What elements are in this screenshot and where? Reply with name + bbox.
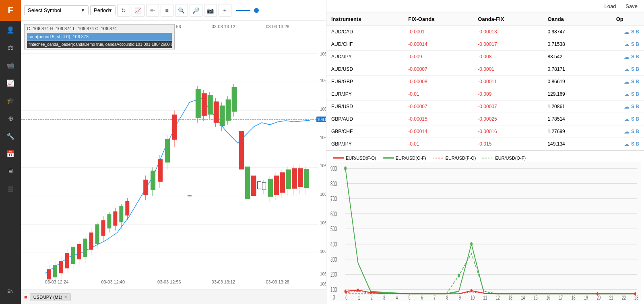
logo-button[interactable]: F [0,0,21,21]
sidebar-icon-calendar[interactable]: 📅 [0,145,21,162]
sb-label[interactable]: S B [631,129,639,134]
svg-text:106.848: 106.848 [320,282,326,286]
menu-button[interactable]: ≡ [161,4,173,17]
table-row[interactable]: AUD/CHF -0.00014 -0.00017 0.71538 ☁ S B [326,38,644,51]
zoom-in-button[interactable]: 🔍 [175,4,188,17]
table-row[interactable]: EUR/GBP -0.00008 -0.00011 0.86619 ☁ S B [326,76,644,88]
svg-rect-33 [59,261,63,273]
chart-info-box: O: 106.874 H: 106.874 L: 106.874 C: 106.… [24,24,175,49]
sb-label[interactable]: S B [631,54,639,60]
right-panel: Load Save Instruments FIX-Oanda Oanda-FI… [326,0,644,304]
svg-text:3: 3 [383,294,385,301]
legend-label-2: EUR/USD(O-F) [396,156,426,160]
sb-label[interactable]: S B [631,91,639,97]
oanda-value: 129.169 [543,88,595,101]
table-row[interactable]: AUD/CAD -0.0001 -0.00013 0.98747 ☁ S B [326,26,644,38]
cloud-icon[interactable]: ☁ [624,29,630,35]
svg-text:4: 4 [396,294,398,301]
table-row[interactable]: AUD/JPY -0.009 -0.008 83.542 ☁ S B [326,51,644,63]
instruments-header: Load Save [326,0,644,13]
svg-rect-51 [113,212,117,226]
table-row[interactable]: EUR/JPY -0.01 -0.009 129.169 ☁ S B [326,88,644,101]
sb-label[interactable]: S B [631,29,639,35]
svg-text:03-03 12:40: 03-03 12:40 [101,279,125,284]
table-row[interactable]: GBP/JPY -0.01 -0.015 149.134 ☁ S B [326,138,644,150]
svg-text:7: 7 [433,294,436,301]
oanda-fix-value: -0.00025 [473,113,543,125]
load-button[interactable]: Load [604,3,616,9]
svg-rect-41 [83,238,87,257]
refresh-button[interactable]: ↻ [117,4,130,17]
fix-oanda-value: -0.00007 [403,101,473,113]
svg-text:900: 900 [330,165,337,173]
sidebar-icon-scale[interactable]: ⚖ [0,39,21,56]
sidebar-icon-list[interactable]: ☰ [0,180,21,198]
legend-line-green-solid [383,156,394,160]
col-oanda-fix: Oanda-FIX [473,13,543,26]
legend-item-3: EUR/USD(F-O) [433,156,476,160]
sidebar-icon-video[interactable]: 📹 [0,56,21,74]
sidebar-icon-market[interactable]: ⊕ [0,109,21,127]
chart-canvas[interactable]: 03-03 12:24 03-03 12:40 03-03 12:56 03-0… [21,21,326,290]
sb-label[interactable]: S B [631,41,639,47]
sb-label[interactable]: S B [631,116,639,122]
symbol-select[interactable]: Select Symbol ▼ [24,5,89,15]
sidebar-icon-education[interactable]: 🎓 [0,92,21,109]
add-button[interactable]: + [219,4,231,17]
cloud-icon[interactable]: ☁ [624,41,630,47]
svg-rect-68 [196,89,201,118]
op-cell: ☁ S B [595,26,644,38]
line-chart-button[interactable]: 📈 [132,4,144,17]
cloud-icon[interactable]: ☁ [624,128,630,135]
cloud-icon[interactable]: ☁ [624,116,630,122]
sidebar-icon-monitor[interactable]: 🖥 [0,162,21,180]
sidebar-icon-tools[interactable]: 🔧 [0,127,21,145]
svg-text:106.864: 106.864 [320,192,326,197]
camera-button[interactable]: 📷 [204,4,217,17]
sidebar-icon-chart[interactable]: 📈 [0,74,21,92]
sidebar-lang[interactable]: EN [0,282,21,300]
fix-oanda-value: -0.01 [403,88,473,101]
svg-text:5: 5 [409,294,411,301]
symbol-tab[interactable]: USD/JPY (M1) ✕ [30,293,71,301]
sb-label[interactable]: S B [631,66,639,72]
svg-text:0: 0 [333,294,335,301]
sidebar-icon-user[interactable]: 👤 [0,21,21,39]
svg-text:0: 0 [345,294,347,301]
table-row[interactable]: AUD/USD -0.00007 -0.0001 0.78171 ☁ S B [326,63,644,76]
svg-rect-114 [330,162,641,301]
sb-label[interactable]: S B [631,141,639,147]
symbol-tab-close[interactable]: ✕ [64,295,67,299]
zoom-out-button[interactable]: 🔎 [190,4,202,17]
sb-label[interactable]: S B [631,79,639,84]
svg-rect-37 [71,247,75,264]
svg-text:16: 16 [546,294,550,301]
table-row[interactable]: GBP/CHF -0.00014 -0.00016 1.27699 ☁ S B [326,125,644,138]
instrument-name: GBP/JPY [326,138,403,150]
svg-text:106.860: 106.860 [320,221,326,225]
op-cell: ☁ S B [595,125,644,138]
table-row[interactable]: EUR/USD -0.00007 -0.00007 1.20861 ☁ S B [326,101,644,113]
cloud-icon[interactable]: ☁ [624,78,630,85]
oanda-fix-value: -0.008 [473,51,543,63]
svg-text:22: 22 [622,294,626,301]
chart-bottom-bar: ■ USD/JPY (M1) ✕ [21,290,326,304]
sb-label[interactable]: S B [631,104,639,109]
period-button[interactable]: Period▾ [90,5,116,15]
pencil-button[interactable]: ✏ [146,4,159,17]
svg-rect-88 [257,182,261,189]
save-button[interactable]: Save [625,3,638,9]
op-cell: ☁ S B [595,138,644,150]
svg-point-160 [369,291,372,294]
table-row[interactable]: GBP/AUD -0.00015 -0.00025 1.78514 ☁ S B [326,113,644,125]
svg-text:100: 100 [330,286,337,294]
candlestick-svg: 03-03 12:24 03-03 12:40 03-03 12:56 03-0… [21,21,326,290]
cloud-icon[interactable]: ☁ [624,53,630,60]
cloud-icon[interactable]: ☁ [624,91,630,97]
cloud-icon[interactable]: ☁ [624,66,630,72]
svg-rect-45 [95,224,99,244]
svg-text:03-03 13:28: 03-03 13:28 [266,24,289,29]
svg-text:15: 15 [534,294,538,301]
cloud-icon[interactable]: ☁ [624,141,630,147]
cloud-icon[interactable]: ☁ [624,103,630,110]
